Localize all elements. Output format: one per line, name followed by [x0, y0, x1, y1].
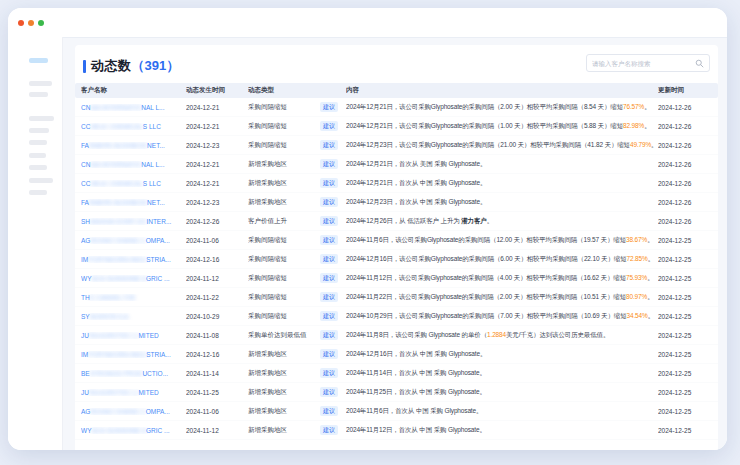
badge-cell: 建议 — [320, 102, 346, 112]
badge-cell: 建议 — [320, 197, 346, 207]
event-time-cell: 2024-11-12 — [186, 427, 248, 434]
customer-name-link[interactable]: CNAIA INTERNATIONAL L... — [81, 104, 164, 111]
event-time-cell: 2024-12-23 — [186, 199, 248, 206]
customer-name-link[interactable]: SHANGHAI EVER GOINTER... — [81, 218, 171, 225]
customer-name-redacted: ROHAO SHANG C — [90, 237, 145, 244]
customer-name-link[interactable]: FARMERS BUSINESSNET... — [81, 142, 165, 149]
badge-cell: 建议 — [320, 273, 346, 283]
event-type-cell: 新增采购地区 — [248, 388, 320, 397]
table-row: BESTRONGS PRODUCTIO...2024-11-14新增采购地区建议… — [75, 364, 718, 383]
sidebar-item[interactable] — [29, 128, 49, 133]
table-row: THE CANDEL F252024-11-22采购间隔缩短建议2024年11月… — [75, 288, 718, 307]
search-icon[interactable] — [695, 59, 704, 68]
customer-name-link[interactable]: IMPORTADORA INDUSTRIA... — [81, 351, 171, 358]
content-cell: 2024年10月29日，该公司采购Glyphosate的采购间隔（7.00 天）… — [346, 312, 658, 321]
column-header-content: 内容 — [346, 86, 658, 95]
content-cell: 2024年11月25日，首次从 中国 采购 Glyphosate。 — [346, 388, 658, 397]
minimize-window-button[interactable] — [28, 20, 34, 26]
zoom-window-button[interactable] — [38, 20, 44, 26]
customer-name-link[interactable]: JURA AGROTEC LIMITED — [81, 332, 159, 339]
window-titlebar — [8, 8, 727, 37]
table-row: WYNCA SUNSHINE AGRIC ...2024-11-12新增采购地区… — [75, 421, 718, 440]
customer-name-link[interactable]: AGROHAO SHANG COMPA... — [81, 237, 170, 244]
suggestion-badge: 建议 — [320, 254, 338, 264]
content-text: 2024年12月23日，该公司采购Glyphosate的采购间隔（21.00 天… — [346, 141, 630, 148]
sidebar-item[interactable] — [29, 92, 48, 97]
customer-name-link[interactable]: CCHELE CHEMICALS LLC — [81, 123, 161, 130]
sidebar-item[interactable] — [29, 81, 52, 86]
event-time-cell: 2024-12-21 — [186, 180, 248, 187]
customer-name-cell: JURA AGROTEC LIMITED — [81, 389, 186, 396]
content-text: 2024年11月12日，该公司采购Glyphosate的采购间隔（4.00 天）… — [346, 274, 626, 281]
badge-cell: 建议 — [320, 292, 346, 302]
event-time-cell: 2024-11-22 — [186, 294, 248, 301]
close-window-button[interactable] — [18, 20, 24, 26]
updated-time-cell: 2024-12-25 — [658, 351, 718, 358]
sidebar-item[interactable] — [29, 178, 53, 183]
customer-name-link[interactable]: JURA AGROTEC LIMITED — [81, 389, 159, 396]
customer-name-link[interactable]: FARMERS BUSINESSNET... — [81, 199, 165, 206]
customer-name-visible-start: JU — [81, 389, 89, 396]
content-highlight-value: 34.54% — [626, 312, 647, 319]
suggestion-badge: 建议 — [320, 273, 338, 283]
customer-name-link[interactable]: CNAIA INTERNATIONAL L... — [81, 161, 164, 168]
updated-time-cell: 2024-12-26 — [658, 123, 718, 130]
customer-name-visible-start: SY — [81, 313, 90, 320]
column-header-customer: 客户名称 — [81, 86, 186, 95]
content-text: 2024年11月14日，首次从 中国 采购 Glyphosate。 — [346, 369, 486, 376]
suggestion-badge: 建议 — [320, 178, 338, 188]
customer-name-cell: IMPORTADORA INDUSTRIA... — [81, 351, 186, 358]
sidebar-item[interactable] — [29, 190, 47, 195]
event-type-cell: 新增采购地区 — [248, 369, 320, 378]
app-window: 动态数 （391） 客户名称 动态发生时间 动态类型 内 — [8, 8, 727, 450]
updated-time-cell: 2024-12-25 — [658, 370, 718, 377]
customer-name-link[interactable]: IMPORTADORA INDUSTRIA... — [81, 256, 171, 263]
badge-cell: 建议 — [320, 311, 346, 321]
event-type-cell: 新增采购地区 — [248, 198, 320, 207]
sidebar-item-active[interactable] — [29, 58, 48, 63]
customer-name-cell: WYNCA SUNSHINE AGRIC ... — [81, 275, 186, 282]
event-time-cell: 2024-12-16 — [186, 256, 248, 263]
content-highlight-value: 76.57% — [623, 103, 644, 110]
customer-name-link[interactable]: SYNGENTA S.A. — [81, 313, 130, 320]
customer-name-link[interactable]: WYNCA SUNSHINE AGRIC ... — [81, 427, 170, 434]
column-header-time: 动态发生时间 — [186, 86, 248, 95]
customer-name-visible-end: STRIA... — [146, 351, 171, 358]
customer-name-link[interactable]: CCHELE CHEMICALS LLC — [81, 180, 161, 187]
event-time-cell: 2024-11-06 — [186, 237, 248, 244]
sidebar — [8, 37, 63, 450]
table-row: AGROHAO SHANG COMPA...2024-11-06采购间隔缩短建议… — [75, 231, 718, 250]
sidebar-item[interactable] — [29, 165, 47, 170]
event-type-cell: 采购间隔缩短 — [248, 274, 320, 283]
customer-name-cell: CCHELE CHEMICALS LLC — [81, 123, 186, 130]
content-cell: 2024年11月14日，首次从 中国 采购 Glyphosate。 — [346, 369, 658, 378]
suggestion-badge: 建议 — [320, 292, 338, 302]
sidebar-item[interactable] — [29, 153, 46, 158]
content-text: 2024年12月16日，首次从 中国 采购 Glyphosate。 — [346, 350, 486, 357]
customer-name-cell: AGROHAO SHANG COMPA... — [81, 408, 186, 415]
table-row: CNAIA INTERNATIONAL L...2024-12-21采购间隔缩短… — [75, 98, 718, 117]
customer-name-link[interactable]: AGROHAO SHANG COMPA... — [81, 408, 170, 415]
badge-cell: 建议 — [320, 425, 346, 435]
customer-name-link[interactable]: BESTRONGS PRODUCTIO... — [81, 370, 168, 377]
table-body: CNAIA INTERNATIONAL L...2024-12-21采购间隔缩短… — [75, 98, 718, 450]
customer-name-link[interactable]: THE CANDEL F25 — [81, 294, 135, 301]
updated-time-cell: 2024-12-26 — [658, 142, 718, 149]
badge-cell: 建议 — [320, 406, 346, 416]
customer-name-cell: CCHELE CHEMICALS LLC — [81, 180, 186, 187]
updated-time-cell: 2024-12-26 — [658, 104, 718, 111]
customer-name-link[interactable]: WYNCA SUNSHINE AGRIC ... — [81, 275, 170, 282]
content-text: 2024年11月6日，首次从 中国 采购 Glyphosate。 — [346, 407, 482, 414]
sidebar-item[interactable] — [29, 140, 47, 145]
updated-time-cell: 2024-12-25 — [658, 313, 718, 320]
customer-name-cell: FARMERS BUSINESSNET... — [81, 142, 186, 149]
customer-name-cell: IMPORTADORA INDUSTRIA... — [81, 256, 186, 263]
customer-name-visible-end: GRIC ... — [146, 427, 169, 434]
search-input[interactable] — [592, 60, 695, 67]
customer-name-redacted: RMERS BUSINESS — [89, 142, 147, 149]
sidebar-item[interactable] — [29, 116, 54, 121]
content-text: 2024年12月21日，首次从 中国 采购 Glyphosate。 — [346, 179, 486, 186]
badge-cell: 建议 — [320, 368, 346, 378]
customer-name-visible-start: JU — [81, 332, 89, 339]
content-text: 。 — [647, 293, 653, 300]
